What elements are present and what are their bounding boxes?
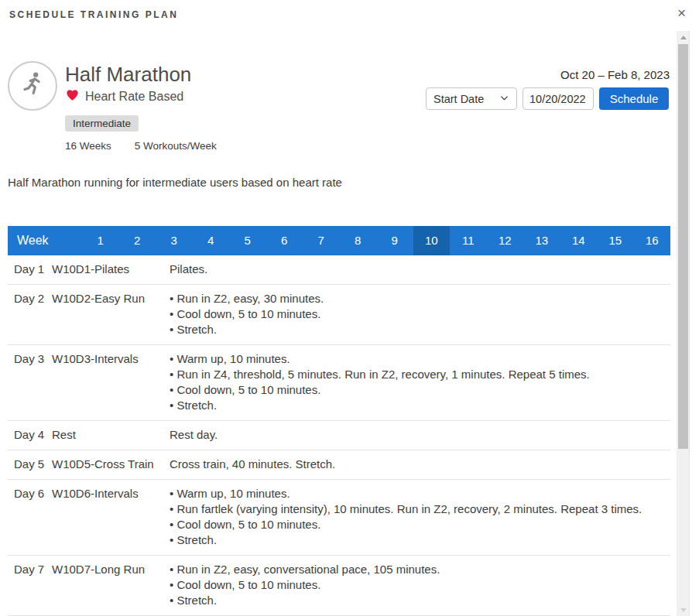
- description-line: • Run in Z4, threshold, 5 minutes. Run i…: [170, 367, 670, 382]
- description-line: • Warm up, 10 minutes.: [170, 486, 670, 501]
- week-tab-1[interactable]: 1: [82, 226, 119, 255]
- workout-description: • Warm up, 10 minutes. • Run fartlek (va…: [170, 486, 670, 548]
- plan-meta: 16 Weeks 5 Workouts/Week: [65, 140, 217, 152]
- week-selector-bar: Week 1 2 3 4 5 6 7 8 9 10 11 12 13 14 15…: [8, 226, 670, 255]
- workout-name: W10D5-Cross Train: [52, 457, 170, 472]
- table-row-day2: Day 2 W10D2-Easy Run • Run in Z2, easy, …: [8, 285, 670, 345]
- workout-description: • Run in Z2, easy, conversational pace, …: [170, 562, 670, 608]
- week-tab-7[interactable]: 7: [303, 226, 340, 255]
- week-tab-5[interactable]: 5: [229, 226, 266, 255]
- table-row-day7: Day 7 W10D7-Long Run • Run in Z2, easy, …: [8, 556, 670, 616]
- day-label: Day 3: [8, 351, 52, 413]
- week-tab-14[interactable]: 14: [560, 226, 598, 255]
- workout-description: Pilates.: [170, 262, 670, 277]
- week-schedule-table: Day 1 W10D1-Pilates Pilates. Day 2 W10D2…: [8, 255, 670, 616]
- week-tab-8[interactable]: 8: [340, 226, 377, 255]
- chevron-down-icon: [499, 93, 509, 105]
- week-tab-13[interactable]: 13: [523, 226, 560, 255]
- table-row-day5: Day 5 W10D5-Cross Train Cross train, 40 …: [8, 450, 670, 480]
- table-row-day6: Day 6 W10D6-Intervals • Warm up, 10 minu…: [8, 480, 670, 556]
- table-row-day3: Day 3 W10D3-Intervals • Warm up, 10 minu…: [8, 345, 670, 421]
- day-label: Day 6: [8, 486, 52, 548]
- day-label: Day 5: [8, 457, 52, 472]
- day-label: Day 2: [8, 291, 52, 337]
- workout-name: W10D2-Easy Run: [52, 291, 170, 337]
- week-tab-6[interactable]: 6: [266, 226, 303, 255]
- description-line: • Cool down, 5 to 10 minutes.: [170, 577, 670, 593]
- schedule-controls: Start Date Schedule: [426, 87, 669, 110]
- week-tab-11[interactable]: 11: [450, 226, 487, 255]
- schedule-training-plan-modal: SCHEDULE TRAINING PLAN × Half Marathon H…: [0, 0, 699, 616]
- workout-name: W10D1-Pilates: [52, 262, 170, 277]
- level-badge: Intermediate: [65, 115, 139, 132]
- runner-icon: [19, 70, 46, 101]
- plan-duration: 16 Weeks: [65, 140, 111, 152]
- description-line: Cross train, 40 minutes. Stretch.: [170, 457, 670, 472]
- description-line: • Stretch.: [170, 593, 670, 608]
- modal-title: SCHEDULE TRAINING PLAN: [9, 9, 178, 20]
- plan-basis-row: Heart Rate Based: [65, 87, 183, 105]
- scrollbar-thumb[interactable]: [678, 44, 688, 449]
- week-label: Week: [8, 226, 82, 255]
- plan-basis-label: Heart Rate Based: [85, 90, 183, 104]
- scrollbar[interactable]: [677, 31, 690, 616]
- week-tab-15[interactable]: 15: [597, 226, 634, 255]
- close-icon[interactable]: ×: [677, 5, 686, 20]
- plan-frequency: 5 Workouts/Week: [135, 140, 217, 152]
- description-line: • Cool down, 5 to 10 minutes.: [170, 306, 670, 322]
- workout-description: • Run in Z2, easy, 30 minutes. • Cool do…: [170, 291, 670, 337]
- description-line: • Stretch.: [170, 322, 670, 337]
- week-tab-4[interactable]: 4: [193, 226, 230, 255]
- workout-description: Cross train, 40 minutes. Stretch.: [170, 457, 670, 472]
- day-label: Day 7: [8, 562, 52, 608]
- week-tab-12[interactable]: 12: [487, 226, 524, 255]
- table-row-day4: Day 4 Rest Rest day.: [8, 421, 670, 450]
- scrollbar-up-arrow-icon[interactable]: [677, 31, 690, 43]
- day-label: Day 4: [8, 427, 52, 443]
- workout-name: Rest: [52, 427, 170, 443]
- description-line: • Run fartlek (varying intensity), 10 mi…: [170, 501, 670, 517]
- heart-icon: [65, 87, 80, 105]
- description-line: Pilates.: [170, 262, 670, 277]
- description-line: • Stretch.: [170, 398, 670, 413]
- schedule-button[interactable]: Schedule: [599, 87, 669, 110]
- plan-description: Half Marathon running for intermediate u…: [8, 176, 342, 189]
- workout-name: W10D7-Long Run: [52, 562, 170, 608]
- week-tab-3[interactable]: 3: [156, 226, 193, 255]
- workout-description: • Warm up, 10 minutes. • Run in Z4, thre…: [170, 351, 670, 413]
- description-line: • Stretch.: [170, 532, 670, 548]
- start-date-select[interactable]: Start Date: [426, 87, 517, 110]
- week-tab-10-selected[interactable]: 10: [413, 226, 451, 255]
- plan-avatar: [8, 61, 57, 111]
- week-tab-9[interactable]: 9: [376, 226, 413, 255]
- week-tab-16[interactable]: 16: [634, 226, 671, 255]
- description-line: Rest day.: [170, 427, 670, 443]
- description-line: • Run in Z2, easy, conversational pace, …: [170, 562, 670, 577]
- start-date-select-value: Start Date: [433, 93, 484, 105]
- plan-title: Half Marathon: [65, 63, 191, 87]
- workout-name: W10D6-Intervals: [52, 486, 170, 548]
- day-label: Day 1: [8, 262, 52, 277]
- description-line: • Cool down, 5 to 10 minutes.: [170, 517, 670, 532]
- scrollbar-down-arrow-icon[interactable]: [677, 604, 690, 616]
- table-row-day1: Day 1 W10D1-Pilates Pilates.: [8, 255, 670, 285]
- description-line: • Warm up, 10 minutes.: [170, 351, 670, 367]
- workout-name: W10D3-Intervals: [52, 351, 170, 413]
- workout-description: Rest day.: [170, 427, 670, 443]
- description-line: • Run in Z2, easy, 30 minutes.: [170, 291, 670, 306]
- plan-date-range: Oct 20 – Feb 8, 2023: [560, 68, 670, 81]
- start-date-input[interactable]: [523, 87, 594, 110]
- description-line: • Cool down, 5 to 10 minutes.: [170, 382, 670, 398]
- week-tab-2[interactable]: 2: [119, 226, 156, 255]
